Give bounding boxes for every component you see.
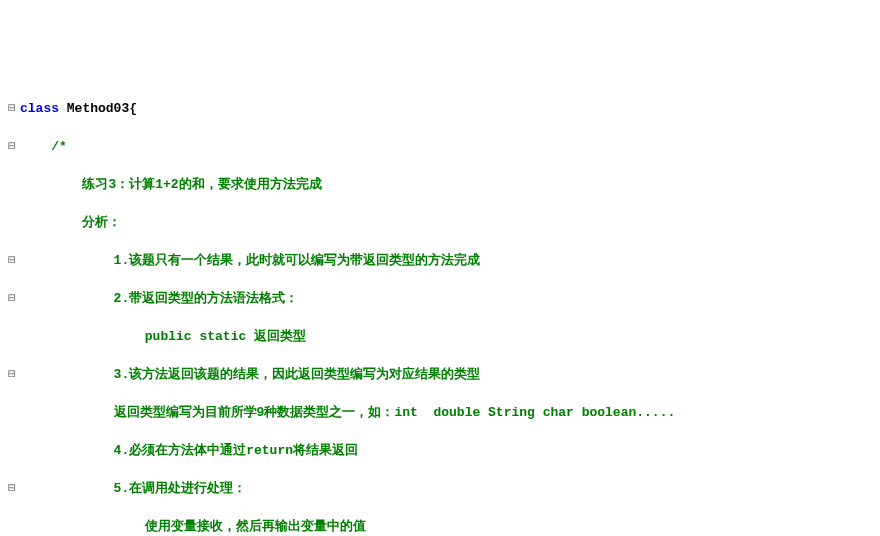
fold-icon[interactable]: ⊟ — [8, 99, 20, 118]
code-line: 返回类型编写为目前所学9种数据类型之一，如：int double String … — [8, 403, 872, 422]
gutter-bar — [8, 403, 20, 422]
fold-icon[interactable]: ⊟ — [8, 479, 20, 498]
comment-text: 分析： — [20, 215, 121, 230]
fold-icon[interactable]: ⊟ — [8, 251, 20, 270]
comment-text: 4.必须在方法体中通过return将结果返回 — [20, 443, 358, 458]
code-line: ⊟ /* — [8, 137, 872, 156]
code-line: ⊟ 5.在调用处进行处理： — [8, 479, 872, 498]
comment-text: 2.带返回类型的方法语法格式： — [20, 291, 298, 306]
keyword-class: class — [20, 101, 67, 116]
gutter-bar — [8, 213, 20, 232]
code-line: 练习3：计算1+2的和，要求使用方法完成 — [8, 175, 872, 194]
code-line: 4.必须在方法体中通过return将结果返回 — [8, 441, 872, 460]
fold-icon[interactable]: ⊟ — [8, 137, 20, 156]
code-line: 分析： — [8, 213, 872, 232]
comment-text: 返回类型编写为目前所学9种数据类型之一，如：int double String … — [20, 405, 675, 420]
code-line: ⊟ 1.该题只有一个结果，此时就可以编写为带返回类型的方法完成 — [8, 251, 872, 270]
gutter-bar — [8, 517, 20, 536]
comment-text: 3.该方法返回该题的结果，因此返回类型编写为对应结果的类型 — [20, 367, 480, 382]
code-line: ⊟class Method03{ — [8, 99, 872, 118]
comment-text: 1.该题只有一个结果，此时就可以编写为带返回类型的方法完成 — [20, 253, 480, 268]
code-line: public static 返回类型 — [8, 327, 872, 346]
comment-text: 练习3：计算1+2的和，要求使用方法完成 — [20, 177, 322, 192]
gutter-bar — [8, 175, 20, 194]
fold-icon[interactable]: ⊟ — [8, 365, 20, 384]
brace: { — [129, 101, 137, 116]
comment-text: 使用变量接收，然后再输出变量中的值 — [20, 519, 366, 534]
gutter-bar — [8, 327, 20, 346]
comment-text: /* — [20, 139, 67, 154]
fold-icon[interactable]: ⊟ — [8, 289, 20, 308]
comment-text: 5.在调用处进行处理： — [20, 481, 246, 496]
code-editor: ⊟class Method03{ ⊟ /* 练习3：计算1+2的和，要求使用方法… — [8, 80, 872, 536]
gutter-bar — [8, 441, 20, 460]
code-line: 使用变量接收，然后再输出变量中的值 — [8, 517, 872, 536]
code-line: ⊟ 3.该方法返回该题的结果，因此返回类型编写为对应结果的类型 — [8, 365, 872, 384]
code-line: ⊟ 2.带返回类型的方法语法格式： — [8, 289, 872, 308]
class-name: Method03 — [67, 101, 129, 116]
comment-text: public static 返回类型 — [20, 329, 306, 344]
